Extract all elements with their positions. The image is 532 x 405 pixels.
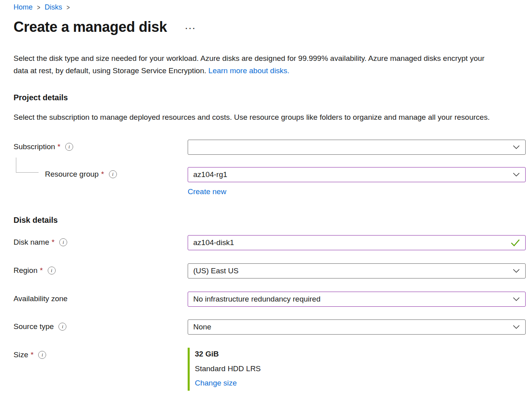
subscription-row: Subscription * i [14,140,526,155]
breadcrumb-separator-icon: > [66,4,70,12]
size-label-text: Size [14,350,28,359]
breadcrumb: Home > Disks > [14,2,526,12]
required-asterisk: * [31,350,33,359]
disk-name-label-text: Disk name [14,238,49,247]
page-title: Create a managed disk [14,19,167,35]
availability-zone-label: Availability zone [14,292,188,303]
learn-more-link[interactable]: Learn more about disks. [208,66,289,75]
required-asterisk: * [101,170,104,179]
required-asterisk: * [58,142,60,151]
page-description: Select the disk type and size needed for… [14,52,497,77]
resource-group-field-cell: az104-rg1 [188,167,526,182]
resource-group-dropdown[interactable]: az104-rg1 [188,167,526,182]
source-type-label: Source type i [14,319,188,331]
disk-name-input[interactable]: az104-disk1 [188,235,526,250]
required-asterisk: * [52,238,54,247]
resource-group-label-text: Resource group [45,170,99,179]
required-asterisk: * [40,266,43,275]
subscription-field-cell [188,140,526,155]
info-icon[interactable]: i [65,143,73,151]
disk-name-label: Disk name * i [14,235,188,247]
info-icon[interactable]: i [59,238,67,246]
disk-details-heading: Disk details [14,216,526,225]
create-disk-form: Subscription * i Resource group * i [14,140,526,391]
info-icon[interactable]: i [109,170,117,178]
source-type-field-cell: None [188,319,526,335]
region-field-cell: (US) East US [188,263,526,278]
size-row: Size * i 32 GiB Standard HDD LRS Change … [14,348,526,391]
title-row: Create a managed disk ··· [14,19,526,35]
chevron-down-icon [513,325,520,329]
source-type-label-text: Source type [14,322,54,331]
chevron-down-icon [513,297,520,301]
availability-zone-row: Availability zone No infrastructure redu… [14,292,526,307]
more-menu-ellipsis-icon[interactable]: ··· [185,24,196,33]
resource-group-connector-line [16,158,39,173]
region-label: Region * i [14,263,188,275]
resource-group-row: Resource group * i az104-rg1 [14,167,526,182]
chevron-down-icon [513,173,520,177]
source-type-row: Source type i None [14,319,526,335]
chevron-down-icon [513,269,520,273]
create-new-link[interactable]: Create new [188,187,226,196]
disk-name-field-cell: az104-disk1 [188,235,526,250]
size-sku: Standard HDD LRS [195,364,526,374]
region-dropdown-value: (US) East US [193,267,239,275]
create-new-row: Create new [14,187,526,196]
source-type-dropdown-value: None [193,323,211,331]
region-row: Region * i (US) East US [14,263,526,278]
info-icon[interactable]: i [48,267,56,275]
resource-group-label: Resource group * i [14,167,188,179]
breadcrumb-separator-icon: > [37,4,40,12]
size-field-cell: 32 GiB Standard HDD LRS Change size [188,348,526,391]
disk-name-row: Disk name * i az104-disk1 [14,235,526,250]
info-icon[interactable]: i [58,323,66,331]
size-value: 32 GiB [195,349,526,359]
availability-zone-label-text: Availability zone [14,294,68,303]
subscription-label: Subscription * i [14,140,188,151]
breadcrumb-link-home[interactable]: Home [14,3,33,12]
availability-zone-dropdown[interactable]: No infrastructure redundancy required [188,292,526,307]
valid-check-icon [511,239,520,247]
create-managed-disk-page: Home > Disks > Create a managed disk ···… [0,0,532,395]
region-dropdown[interactable]: (US) East US [188,263,526,278]
subscription-label-text: Subscription [14,142,55,151]
project-details-heading: Project details [14,93,526,102]
region-label-text: Region [14,266,37,275]
subscription-dropdown[interactable] [188,140,526,155]
size-summary: 32 GiB Standard HDD LRS Change size [188,348,526,391]
chevron-down-icon [513,145,520,149]
change-size-link[interactable]: Change size [195,379,237,387]
size-label: Size * i [14,348,188,359]
info-icon[interactable]: i [38,351,46,359]
availability-zone-dropdown-value: No infrastructure redundancy required [193,295,320,304]
resource-group-dropdown-value: az104-rg1 [193,170,227,179]
source-type-dropdown[interactable]: None [188,319,526,335]
availability-zone-field-cell: No infrastructure redundancy required [188,292,526,307]
project-details-description: Select the subscription to manage deploy… [14,111,497,123]
breadcrumb-link-disks[interactable]: Disks [45,3,62,12]
disk-name-input-value: az104-disk1 [193,238,234,247]
